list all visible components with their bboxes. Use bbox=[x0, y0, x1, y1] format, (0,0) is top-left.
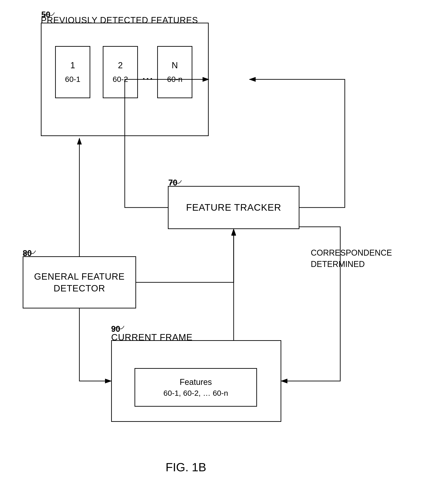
features-inner-box: Features 60-1, 60-2, … 60-n bbox=[135, 368, 257, 407]
general-detector-box: GENERAL FEATUREDETECTOR bbox=[23, 256, 136, 309]
fig-label: FIG. 1B bbox=[166, 460, 206, 474]
features-inner-label-bottom: 60-1, 60-2, … 60-n bbox=[163, 389, 228, 398]
feat-number-2: 2 bbox=[118, 61, 123, 70]
general-detector-label: GENERAL FEATUREDETECTOR bbox=[34, 271, 125, 294]
label-80-squiggle bbox=[23, 249, 37, 256]
feat-label-n: 60-n bbox=[167, 75, 182, 84]
feat-number-n: N bbox=[172, 61, 178, 70]
dots-between: ... bbox=[142, 71, 154, 82]
feat-label-1: 60-1 bbox=[65, 75, 80, 84]
prev-features-label: PREVIOUSLY DETECTED FEATURES bbox=[41, 16, 198, 25]
feat-number-1: 1 bbox=[70, 61, 75, 70]
label-50-squiggle bbox=[42, 11, 56, 18]
diagram-container: 50 1 60-1 2 60-2 ... N 60-n PREVIOUSLY D… bbox=[0, 0, 448, 496]
feature-box-1: 1 60-1 bbox=[55, 46, 90, 98]
feature-box-2: 2 60-2 bbox=[103, 46, 138, 98]
feature-box-n: N 60-n bbox=[157, 46, 192, 98]
correspondence-label: CORRESPONDENCEDETERMINED bbox=[311, 247, 392, 270]
feat-label-2: 60-2 bbox=[112, 75, 128, 84]
label-90-squiggle bbox=[112, 325, 125, 332]
features-inner-label-top: Features bbox=[180, 377, 212, 387]
current-frame-box: Features 60-1, 60-2, … 60-n bbox=[111, 340, 281, 422]
feature-tracker-box: FEATURE TRACKER bbox=[168, 186, 299, 229]
prev-features-box: 1 60-1 2 60-2 ... N 60-n bbox=[41, 23, 209, 136]
label-70-squiggle bbox=[169, 179, 183, 186]
feature-tracker-label: FEATURE TRACKER bbox=[186, 202, 281, 213]
